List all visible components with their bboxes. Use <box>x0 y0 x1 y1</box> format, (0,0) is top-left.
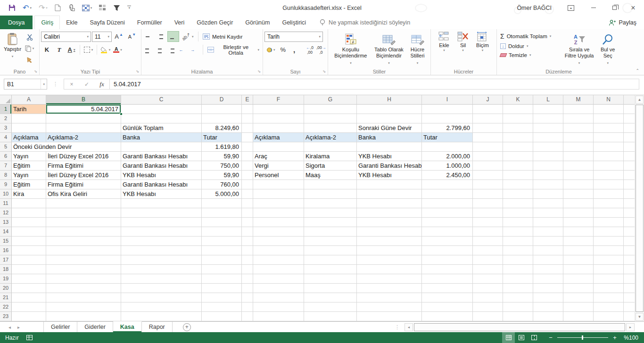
cell-C17[interactable] <box>121 255 202 265</box>
cell-B11[interactable] <box>46 199 121 208</box>
row-header-13[interactable]: 13 <box>0 218 12 227</box>
cell-B22[interactable] <box>46 302 121 312</box>
cell-H22[interactable] <box>357 302 422 312</box>
cell-L6[interactable] <box>533 152 563 161</box>
cell-C10[interactable]: YKB Hesabı <box>121 189 202 199</box>
cell-D20[interactable] <box>202 284 242 293</box>
row-header-4[interactable]: 4 <box>0 133 12 142</box>
cell-N10[interactable] <box>594 189 624 199</box>
cell-F10[interactable] <box>253 189 304 199</box>
font-dialog-launcher[interactable]: ⇘ <box>135 69 140 74</box>
cell-F21[interactable] <box>253 293 304 302</box>
scroll-left-button[interactable]: ◂ <box>405 323 413 331</box>
row-header-2[interactable]: 2 <box>0 114 12 123</box>
cell-D21[interactable] <box>202 293 242 302</box>
cell-D23[interactable] <box>202 312 242 321</box>
merge-center-button[interactable]: Birleştir ve Ortala ▾ <box>206 43 261 57</box>
cell-C8[interactable]: YKB Hesabı <box>121 171 202 180</box>
col-header-D[interactable]: D <box>202 95 242 105</box>
cell-K7[interactable] <box>503 161 533 171</box>
cell-K17[interactable] <box>503 255 533 265</box>
cell-J20[interactable] <box>473 284 503 293</box>
prev-sheet-button[interactable]: ◂ <box>8 325 11 330</box>
cell-L19[interactable] <box>533 274 563 284</box>
cell-L4[interactable] <box>533 133 563 142</box>
cell-I19[interactable] <box>422 274 473 284</box>
row-header-3[interactable]: 3 <box>0 123 12 133</box>
cell-N5[interactable] <box>594 142 624 152</box>
cell-M17[interactable] <box>563 255 594 265</box>
increase-decimal-button[interactable]: ←,0,00 <box>305 44 315 55</box>
page-break-view-button[interactable] <box>528 332 540 343</box>
number-dialog-launcher[interactable]: ⇘ <box>322 69 327 74</box>
top-align-button[interactable] <box>143 31 155 42</box>
cell-L13[interactable] <box>533 218 563 227</box>
cell-K9[interactable] <box>503 180 533 189</box>
formula-input[interactable]: 5.04.2017 <box>114 81 141 88</box>
cell-K21[interactable] <box>503 293 533 302</box>
cell-G22[interactable] <box>304 302 357 312</box>
cell-E10[interactable] <box>242 189 253 199</box>
percent-style-button[interactable]: % <box>278 44 288 55</box>
cell-F11[interactable] <box>253 199 304 208</box>
col-header-I[interactable]: I <box>422 95 473 105</box>
cell-H23[interactable] <box>357 312 422 321</box>
cell-A16[interactable] <box>12 246 46 255</box>
cell-L11[interactable] <box>533 199 563 208</box>
cell-J8[interactable] <box>473 171 503 180</box>
cell-M5[interactable] <box>563 142 594 152</box>
cell-C21[interactable] <box>121 293 202 302</box>
cell-H20[interactable] <box>357 284 422 293</box>
cell-E21[interactable] <box>242 293 253 302</box>
cell-D22[interactable] <box>202 302 242 312</box>
cell-L3[interactable] <box>533 123 563 133</box>
cell-M12[interactable] <box>563 208 594 218</box>
cell-F18[interactable] <box>253 265 304 274</box>
cell-G18[interactable] <box>304 265 357 274</box>
row-header-11[interactable]: 11 <box>0 199 12 208</box>
cell-L9[interactable] <box>533 180 563 189</box>
cell-N18[interactable] <box>594 265 624 274</box>
cell-J7[interactable] <box>473 161 503 171</box>
cell-M11[interactable] <box>563 199 594 208</box>
cell-C11[interactable] <box>121 199 202 208</box>
find-select-button[interactable]: Bul ve Seç ▾ <box>596 31 619 67</box>
customize-qat-icon[interactable]: ▾ <box>127 6 131 10</box>
cell-N21[interactable] <box>594 293 624 302</box>
restore-button[interactable] <box>607 2 621 14</box>
cut-button[interactable] <box>24 32 35 42</box>
italic-button[interactable]: T <box>53 44 65 55</box>
cell-B12[interactable] <box>46 208 121 218</box>
cell-M13[interactable] <box>563 218 594 227</box>
cell-K22[interactable] <box>503 302 533 312</box>
cell-A3[interactable] <box>12 123 46 133</box>
alignment-dialog-launcher[interactable]: ⇘ <box>256 69 262 74</box>
cell-N23[interactable] <box>594 312 624 321</box>
cell-E1[interactable] <box>242 105 253 114</box>
cell-B2[interactable] <box>46 114 121 123</box>
cell-A10[interactable]: Kira <box>12 189 46 199</box>
cell-I13[interactable] <box>422 218 473 227</box>
tab-data[interactable]: Veri <box>168 16 191 29</box>
cell-N1[interactable] <box>594 105 624 114</box>
cell-J15[interactable] <box>473 237 503 246</box>
cell-K12[interactable] <box>503 208 533 218</box>
col-header-J[interactable]: J <box>473 95 503 105</box>
cell-M20[interactable] <box>563 284 594 293</box>
formula-bar-splitter[interactable]: ⋮ <box>47 81 64 87</box>
cell-M9[interactable] <box>563 180 594 189</box>
cell-H2[interactable] <box>357 114 422 123</box>
filter-icon[interactable] <box>113 5 120 11</box>
scroll-down-button[interactable]: ▼ <box>636 313 644 321</box>
cell-E8[interactable] <box>242 171 253 180</box>
scroll-up-button[interactable]: ▲ <box>636 96 644 104</box>
align-left-button[interactable] <box>143 44 154 55</box>
cell-H3[interactable]: Sonraki Güne Devir <box>357 123 422 133</box>
row-header-1[interactable]: 1 <box>0 105 12 114</box>
cell-L17[interactable] <box>533 255 563 265</box>
cell-H21[interactable] <box>357 293 422 302</box>
sheet-tab-kasa[interactable]: Kasa <box>113 321 142 332</box>
align-center-button[interactable] <box>155 44 166 55</box>
horizontal-scroll-thumb[interactable] <box>414 323 625 331</box>
ribbon-display-options-button[interactable]: ▴ <box>564 2 578 14</box>
